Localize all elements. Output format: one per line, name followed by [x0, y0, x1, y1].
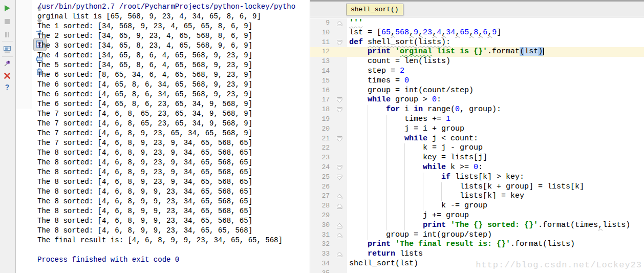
fold-marker[interactable] — [333, 201, 346, 211]
line-number: 27 — [310, 192, 333, 201]
rerun-icon[interactable] — [3, 4, 12, 13]
code-line[interactable]: times += 1 — [347, 115, 644, 124]
line-number: 19 — [310, 115, 333, 124]
code-line[interactable]: count = len(lists) — [347, 57, 644, 67]
fold-marker[interactable] — [333, 105, 346, 115]
pycharm-window: ? /usr/bin/python2.7 /root/PycharmProjec… — [0, 0, 644, 273]
code-line[interactable]: lists[k] = key — [347, 192, 644, 201]
code-line[interactable]: if lists[k] > key: — [347, 173, 644, 182]
code-line[interactable]: j = i + group — [347, 124, 644, 134]
line-number: 35 — [310, 269, 333, 273]
console-line: The 1 sorted: [34, 568, 9, 23, 4, 65, 65… — [37, 22, 310, 31]
fold-marker[interactable] — [333, 221, 346, 230]
indent-guide — [386, 163, 387, 173]
fold-marker[interactable] — [333, 192, 346, 201]
line-number: 23 — [310, 153, 333, 163]
code-line[interactable]: print 'The final result is: {}'.format(l… — [347, 240, 644, 249]
code-line-row[interactable]: 22 k = j - group — [310, 143, 644, 153]
code-line-row[interactable]: 14 step = 2 — [310, 67, 644, 76]
close-icon[interactable] — [3, 72, 12, 81]
code-line-row[interactable]: 9''' — [310, 18, 644, 28]
code-line-row[interactable]: 15 times = 0 — [310, 76, 644, 86]
code-line[interactable]: lists[k + group] = lists[k] — [347, 182, 644, 192]
fold-marker[interactable] — [333, 163, 346, 173]
code-line[interactable]: lst = [65,568,9,23,4,34,65,8,6,9] — [347, 28, 644, 38]
code-line-row[interactable]: 33 return lists — [310, 249, 644, 259]
help-icon[interactable]: ? — [3, 83, 12, 92]
code-line[interactable]: def shell_sort(lists): — [347, 38, 644, 48]
code-line[interactable]: step = 2 — [347, 67, 644, 76]
code-line[interactable]: print 'The {} sorted: {}'.format(times,l… — [347, 221, 644, 230]
code-line-row[interactable]: 12 print 'orginal list is {}'.format(lst… — [310, 47, 644, 57]
code-line[interactable]: k -= group — [347, 201, 644, 211]
code-line-row[interactable]: 27 lists[k] = key — [310, 192, 644, 201]
code-line[interactable]: print 'orginal list is {}'.format(lst) — [347, 47, 644, 57]
code-line-row[interactable]: 24 while k >= 0: — [310, 163, 644, 173]
editor-gutter: 31 — [310, 230, 347, 240]
fold-marker[interactable] — [333, 38, 346, 48]
stop-icon[interactable] — [3, 17, 12, 27]
code-line[interactable]: while group > 0: — [347, 95, 644, 105]
fold-marker[interactable] — [333, 95, 346, 105]
code-line[interactable]: j += group — [347, 211, 644, 221]
text-caret — [543, 48, 544, 55]
code-line[interactable]: group = int(group/step) — [347, 230, 644, 240]
code-line-row[interactable]: 18 for i in range(0, group): — [310, 105, 644, 115]
console-line: The 4 sorted: [34, 65, 8, 6, 4, 65, 568,… — [37, 51, 310, 60]
code-line-row[interactable]: 26 lists[k + group] = lists[k] — [310, 182, 644, 192]
restore-layout-icon[interactable] — [3, 45, 12, 54]
pin-icon[interactable] — [3, 59, 12, 69]
console-line: The 8 sorted: [4, 6, 8, 9, 9, 23, 34, 65… — [37, 187, 310, 197]
code-line[interactable]: group = int(count/step) — [347, 86, 644, 96]
indent-guide — [368, 115, 368, 124]
fold-marker[interactable] — [333, 173, 346, 182]
code-line-row[interactable]: 30 print 'The {} sorted: {}'.format(time… — [310, 221, 644, 230]
indent-guide — [386, 173, 387, 182]
code-line-row[interactable]: 20 j = i + group — [310, 124, 644, 134]
code-line[interactable]: ''' — [347, 18, 644, 28]
fold-marker[interactable] — [333, 134, 346, 144]
code-line-row[interactable]: 31 group = int(group/step) — [310, 230, 644, 240]
console-line: Process finished with exit code 0 — [37, 255, 310, 265]
indent-guide — [368, 163, 368, 173]
code-line[interactable]: return lists — [347, 249, 644, 259]
fold-column — [333, 153, 346, 163]
code-text: j = i + group — [349, 124, 464, 133]
console-output[interactable]: /usr/bin/python2.7 /root/PycharmProjects… — [33, 0, 310, 273]
code-line[interactable]: key = lists[j] — [347, 153, 644, 163]
code-line-row[interactable]: 25 if lists[k] > key: — [310, 173, 644, 182]
fold-column — [333, 143, 346, 153]
code-line-row[interactable]: 21 while j < count: — [310, 134, 644, 144]
code-line-row[interactable]: 23 key = lists[j] — [310, 153, 644, 163]
code-line-row[interactable]: 17 while group > 0: — [310, 95, 644, 105]
code-line[interactable]: times = 0 — [347, 76, 644, 86]
indent-guide — [423, 192, 423, 201]
code-line-row[interactable]: 29 j += group — [310, 211, 644, 221]
pause-icon[interactable] — [3, 31, 12, 40]
code-text: while group > 0: — [349, 95, 441, 104]
code-line[interactable]: while k >= 0: — [347, 163, 644, 173]
watermark: http://blog.csdn.net/Lockey23 — [476, 260, 642, 270]
code-text: for i in range(0, group): — [349, 105, 501, 114]
fold-marker[interactable] — [333, 18, 346, 28]
code-line-row[interactable]: 13 count = len(lists) — [310, 57, 644, 67]
fold-marker[interactable] — [333, 249, 346, 259]
code-line-row[interactable]: 19 times += 1 — [310, 115, 644, 124]
code-line-row[interactable]: 32 print 'The final result is: {}'.forma… — [310, 240, 644, 249]
indent-guide — [386, 221, 387, 230]
editor-gutter: 9 — [310, 18, 347, 28]
console-line: /usr/bin/python2.7 /root/PycharmProjects… — [37, 2, 310, 12]
code-line[interactable]: k = j - group — [347, 143, 644, 153]
fold-marker[interactable] — [333, 230, 346, 240]
code-line-row[interactable]: 16 group = int(count/step) — [310, 86, 644, 96]
code-line[interactable]: for i in range(0, group): — [347, 105, 644, 115]
code-line-row[interactable]: 28 k -= group — [310, 201, 644, 211]
code-line-row[interactable]: 10lst = [65,568,9,23,4,34,65,8,6,9] — [310, 28, 644, 38]
console-line: The 5 sorted: [34, 65, 8, 6, 4, 65, 568,… — [37, 60, 310, 70]
code-editor[interactable]: 9'''10lst = [65,568,9,23,4,34,65,8,6,9]1… — [310, 18, 644, 273]
code-line-row[interactable]: 11def shell_sort(lists): — [310, 38, 644, 48]
editor-gutter: 33 — [310, 249, 347, 259]
code-text: lists[k + group] = lists[k] — [349, 182, 584, 191]
indent-guide — [386, 192, 387, 201]
code-line[interactable]: while j < count: — [347, 134, 644, 144]
